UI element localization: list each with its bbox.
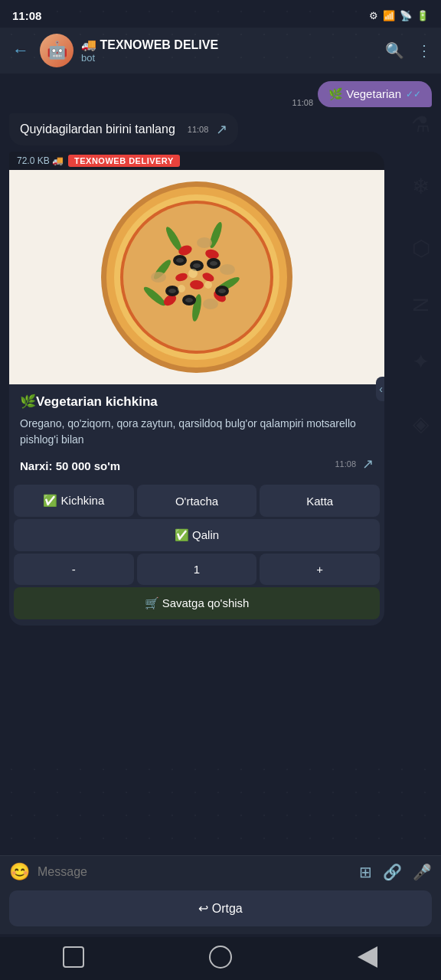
- card-price: Narxi: 50 000 so'm: [20, 459, 120, 472]
- message-input[interactable]: [38, 865, 351, 879]
- decrease-button[interactable]: -: [14, 554, 134, 585]
- card-description: Oregano, qo'ziqorn, qora zaytun, qarsild…: [20, 416, 374, 448]
- pizza-image: [9, 170, 384, 384]
- system-message-text: Quyidagilardan birini tanlang: [20, 122, 175, 136]
- chat-area: 11:08 🌿 Vegetarian ✓✓ Quyidagilardan bir…: [0, 74, 441, 763]
- size-row: ✅ Kichkina O'rtacha Katta: [14, 485, 380, 517]
- outgoing-bubble: 🌿 Vegetarian ✓✓: [318, 81, 432, 107]
- card-content: 🌿Vegetarian kichkina Oregano, qo'ziqorn,…: [9, 384, 384, 482]
- signal-icon: 📶: [383, 10, 395, 21]
- image-size-label: 72.0 KB 🚚: [17, 155, 64, 166]
- header-subtitle: bot: [81, 52, 377, 64]
- emoji-button[interactable]: 😊: [9, 862, 30, 882]
- kichkina-button[interactable]: ✅ Kichkina: [14, 485, 134, 517]
- attach-icon[interactable]: 🔗: [383, 863, 402, 881]
- outgoing-text: 🌿 Vegetarian: [328, 87, 401, 101]
- card-time: 11:08: [335, 459, 356, 469]
- svg-point-35: [204, 281, 212, 289]
- card-price-row: Narxi: 50 000 so'm 11:08 ↗: [20, 456, 374, 472]
- quantity-display: 1: [137, 554, 257, 585]
- svg-point-33: [203, 299, 218, 309]
- status-time: 11:08: [12, 9, 41, 22]
- header-info: 🚚 TEXNOWEB DELIVE bot: [81, 38, 377, 64]
- wifi-icon: 📡: [400, 10, 412, 21]
- ortacha-button[interactable]: O'rtacha: [137, 485, 257, 517]
- svg-point-19: [176, 258, 184, 263]
- avatar: 🤖: [40, 34, 74, 67]
- qalin-button[interactable]: ✅ Qalin: [14, 519, 380, 551]
- nav-triangle-icon: [358, 946, 377, 968]
- system-message: Quyidagilardan birini tanlang 11:08 ↗: [9, 113, 238, 145]
- svg-point-30: [197, 237, 212, 248]
- system-message-row: Quyidagilardan birini tanlang 11:08 ↗: [9, 113, 432, 145]
- battery-icon: 🔋: [416, 10, 429, 21]
- search-icon[interactable]: 🔍: [385, 41, 404, 60]
- inline-keyboard: ✅ Kichkina O'rtacha Katta ✅ Qalin - 1 + …: [9, 482, 384, 626]
- more-icon[interactable]: ⋮: [416, 41, 432, 60]
- card-forward-icon[interactable]: ↗: [362, 456, 374, 472]
- input-icons: ⊞ 🔗 🎤: [359, 863, 432, 881]
- thickness-row: ✅ Qalin: [14, 519, 380, 551]
- nav-square-icon: [63, 946, 84, 968]
- back-button[interactable]: ←: [9, 38, 32, 64]
- add-to-cart-row: 🛒 Savatga qo'shish: [14, 587, 380, 619]
- svg-point-32: [220, 264, 235, 275]
- card-image-header: 72.0 KB 🚚 TEXNOWEB DELIVERY: [9, 152, 384, 170]
- nav-circle-icon: [209, 946, 232, 969]
- image-tag: TEXNOWEB DELIVERY: [68, 155, 180, 167]
- ortga-button[interactable]: ↩ Ortga: [9, 890, 432, 926]
- stickers-icon[interactable]: ⊞: [359, 863, 372, 881]
- outgoing-message: 11:08 🌿 Vegetarian ✓✓: [288, 81, 432, 107]
- svg-point-29: [185, 298, 193, 302]
- message-input-bar: 😊 ⊞ 🔗 🎤: [0, 855, 441, 888]
- svg-point-31: [151, 272, 166, 283]
- bluetooth-icon: ⚙: [369, 10, 378, 21]
- svg-point-34: [188, 269, 198, 278]
- increase-button[interactable]: +: [260, 554, 380, 585]
- read-checkmarks: ✓✓: [406, 89, 421, 100]
- svg-point-23: [218, 289, 226, 293]
- svg-point-4: [123, 204, 270, 351]
- system-message-time: 11:08: [188, 125, 209, 134]
- outgoing-time: 11:08: [292, 98, 314, 107]
- bot-card: 72.0 KB 🚚 TEXNOWEB DELIVERY: [9, 152, 384, 626]
- svg-point-36: [178, 285, 185, 292]
- status-bar: 11:08 ⚙ 📶 📡 🔋: [0, 0, 441, 28]
- nav-bar: [0, 937, 441, 980]
- header: ← 🤖 🚚 TEXNOWEB DELIVE bot 🔍 ⋮: [0, 28, 441, 74]
- add-to-cart-button[interactable]: 🛒 Savatga qo'shish: [14, 587, 380, 619]
- forward-icon[interactable]: ↗: [216, 121, 227, 138]
- mic-icon[interactable]: 🎤: [413, 863, 432, 881]
- svg-point-25: [168, 289, 176, 293]
- svg-point-21: [210, 261, 217, 266]
- svg-point-27: [193, 263, 201, 268]
- pizza-svg: [97, 178, 296, 377]
- quantity-row: - 1 +: [14, 554, 380, 585]
- status-icons: ⚙ 📶 📡 🔋: [369, 10, 429, 21]
- header-actions: 🔍 ⋮: [385, 41, 432, 60]
- bottom-action-bar: ↩ Ortga: [0, 884, 441, 934]
- header-title: 🚚 TEXNOWEB DELIVE: [81, 38, 296, 52]
- nav-back-button[interactable]: [349, 942, 386, 972]
- card-title: 🌿Vegetarian kichkina: [20, 394, 374, 410]
- nav-square-button[interactable]: [55, 942, 92, 972]
- nav-home-button[interactable]: [202, 942, 239, 972]
- collapse-handle[interactable]: ‹: [376, 377, 384, 401]
- katta-button[interactable]: Katta: [260, 485, 380, 517]
